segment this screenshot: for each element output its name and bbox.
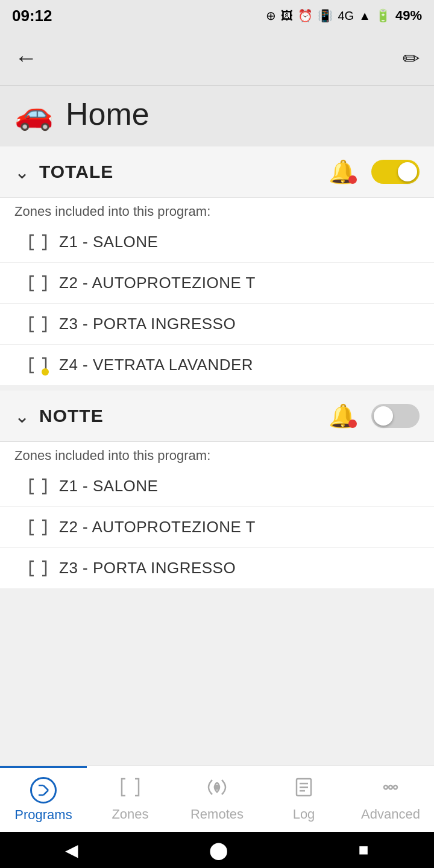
- toggle-totale[interactable]: [371, 160, 420, 184]
- zone-item: Z3 - PORTA INGRESSO: [0, 304, 434, 345]
- signal-bars-icon: ▲: [359, 9, 371, 23]
- svg-point-11: [394, 785, 397, 789]
- svg-point-10: [389, 785, 392, 789]
- zone-name: Z1 - SALONE: [59, 233, 158, 251]
- sys-home-button[interactable]: ⬤: [209, 840, 228, 860]
- compass-icon: ⊕: [266, 8, 276, 23]
- zones-icon: [119, 776, 141, 803]
- zone-name: Z2 - AUTOPROTEZIONE T: [59, 274, 256, 292]
- log-icon: [293, 776, 315, 803]
- svg-line-2: [43, 790, 48, 795]
- content: ⌄ TOTALE 🔔 Zones included into this prog…: [0, 146, 434, 702]
- battery-icon: 🔋: [376, 8, 391, 23]
- zone-item: Z3 - PORTA INGRESSO: [0, 548, 434, 589]
- zones-label-notte: Zones included into this program:: [0, 442, 434, 466]
- zone-bracket-icon-dot: [29, 357, 47, 374]
- chevron-down-icon-notte[interactable]: ⌄: [14, 406, 30, 427]
- nav-label-log: Log: [293, 807, 315, 822]
- bell-dot-totale: [348, 175, 357, 184]
- section-header-notte: ⌄ NOTTE 🔔: [0, 391, 434, 442]
- nav-item-log[interactable]: Log: [260, 766, 347, 832]
- page-header: 🚗 Home: [0, 86, 434, 146]
- zone-name: Z3 - PORTA INGRESSO: [59, 315, 236, 333]
- zone-bracket-icon: [29, 275, 47, 292]
- back-button[interactable]: ←: [14, 45, 37, 71]
- page-title: Home: [66, 96, 149, 132]
- nav-item-advanced[interactable]: Advanced: [347, 766, 434, 832]
- zone-name: Z3 - PORTA INGRESSO: [59, 559, 236, 577]
- system-nav: ◀ ⬤ ■: [0, 832, 434, 868]
- chevron-down-icon-totale[interactable]: ⌄: [14, 162, 30, 183]
- status-time: 09:12: [12, 7, 52, 25]
- bell-container-notte[interactable]: 🔔: [329, 403, 357, 429]
- remotes-icon: [206, 776, 228, 803]
- zone-item: Z4 - VETRATA LAVANDER: [0, 345, 434, 386]
- top-nav: ← ✏: [0, 31, 434, 86]
- zone-bracket-icon: [29, 560, 47, 577]
- status-icons: ⊕ 🖼 ⏰ 📳 4G ▲ 🔋 49%: [266, 8, 422, 24]
- zone-item: Z2 - AUTOPROTEZIONE T: [0, 507, 434, 548]
- toggle-notte[interactable]: [371, 404, 420, 428]
- section-totale: ⌄ TOTALE 🔔 Zones included into this prog…: [0, 146, 434, 386]
- zone-item: Z1 - SALONE: [0, 466, 434, 507]
- toggle-knob-notte: [374, 406, 393, 426]
- zone-name: Z1 - SALONE: [59, 477, 158, 495]
- nav-label-zones: Zones: [112, 807, 148, 822]
- bell-dot-notte: [348, 420, 357, 428]
- svg-point-4: [215, 785, 219, 789]
- nav-item-zones[interactable]: Zones: [87, 766, 174, 832]
- signal-icon: 4G: [338, 9, 354, 23]
- section-title-notte: NOTTE: [39, 406, 329, 426]
- status-bar: 09:12 ⊕ 🖼 ⏰ 📳 4G ▲ 🔋 49%: [0, 0, 434, 31]
- zone-item: Z2 - AUTOPROTEZIONE T: [0, 263, 434, 304]
- zone-bracket-icon: [29, 478, 47, 495]
- bottom-nav: Programs Zones Remotes: [0, 766, 434, 832]
- svg-line-1: [43, 785, 48, 790]
- programs-icon: [30, 777, 57, 804]
- zone-bracket-icon: [29, 234, 47, 251]
- sys-recent-button[interactable]: ■: [359, 840, 369, 860]
- gallery-icon: 🖼: [281, 9, 293, 23]
- section-title-totale: TOTALE: [39, 162, 329, 182]
- battery-percent: 49%: [395, 8, 422, 24]
- zones-label-totale: Zones included into this program:: [0, 198, 434, 222]
- nav-label-remotes: Remotes: [190, 807, 244, 822]
- zone-name: Z2 - AUTOPROTEZIONE T: [59, 518, 256, 536]
- alarm-icon: ⏰: [298, 8, 313, 23]
- advanced-icon: [380, 776, 401, 803]
- vibrate-icon: 📳: [318, 8, 333, 23]
- zone-bracket-icon: [29, 316, 47, 333]
- section-notte: ⌄ NOTTE 🔔 Zones included into this progr…: [0, 391, 434, 589]
- nav-item-programs[interactable]: Programs: [0, 766, 87, 832]
- section-header-totale: ⌄ TOTALE 🔔: [0, 146, 434, 198]
- toggle-knob-totale: [398, 162, 417, 181]
- nav-label-advanced: Advanced: [361, 807, 420, 822]
- car-icon: 🚗: [14, 95, 54, 132]
- nav-item-remotes[interactable]: Remotes: [174, 766, 260, 832]
- zone-name: Z4 - VETRATA LAVANDER: [59, 356, 253, 374]
- nav-label-programs: Programs: [14, 807, 72, 823]
- sys-back-button[interactable]: ◀: [65, 840, 78, 860]
- edit-button[interactable]: ✏: [403, 46, 420, 71]
- zone-bracket-icon: [29, 519, 47, 536]
- bell-container-totale[interactable]: 🔔: [329, 159, 357, 185]
- svg-point-9: [384, 785, 388, 789]
- zone-item: Z1 - SALONE: [0, 222, 434, 263]
